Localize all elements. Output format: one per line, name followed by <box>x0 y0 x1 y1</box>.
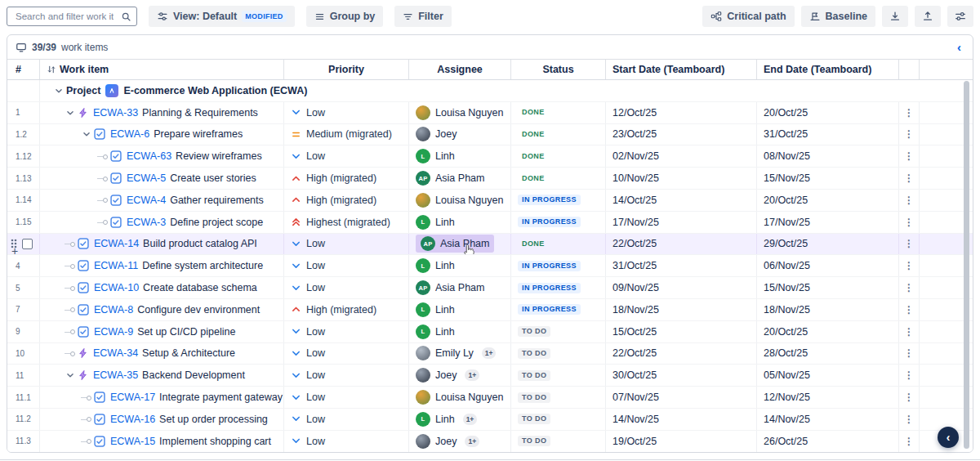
end-date-cell[interactable]: 06/Nov/25 <box>757 255 899 276</box>
row-actions-cell[interactable]: ⋮ <box>899 190 920 211</box>
end-date-cell[interactable]: 20/Oct/25 <box>757 321 899 342</box>
search-input-wrapper[interactable] <box>7 7 137 26</box>
start-date-cell[interactable]: 10/Nov/25 <box>606 168 757 189</box>
start-date-cell[interactable]: 22/Oct/25 <box>606 343 757 365</box>
row-actions-cell[interactable]: ⋮ <box>899 102 920 123</box>
start-date-cell[interactable]: 12/Oct/25 <box>606 102 757 123</box>
status-cell[interactable]: IN PROGRESS <box>511 299 606 320</box>
assignee-cell[interactable]: APAsia Pham <box>409 168 511 189</box>
row-actions-cell[interactable]: ⋮ <box>899 124 920 145</box>
group-header-cell[interactable]: ProjectE-commerce Web Application (ECWA) <box>40 80 971 101</box>
priority-cell[interactable]: Low <box>284 343 409 365</box>
column-header-number[interactable]: # <box>7 60 40 79</box>
assignee-cell[interactable]: Louisa Nguyen <box>409 190 511 211</box>
work-item-key-link[interactable]: ECWA-63 <box>127 150 172 162</box>
table-row[interactable]: 1.13ECWA-5Create user storiesHigh (migra… <box>7 168 973 190</box>
more-actions-icon[interactable]: ⋮ <box>904 370 914 380</box>
table-row[interactable]: 10ECWA-34Setup & ArchitectureLowEmily Ly… <box>7 343 973 365</box>
more-actions-icon[interactable]: ⋮ <box>904 217 914 227</box>
collapse-panel-button[interactable]: ‹ <box>938 427 959 448</box>
work-item-key-link[interactable]: ECWA-14 <box>94 238 139 249</box>
column-header-end-date[interactable]: End Date (Teamboard) <box>757 60 899 79</box>
work-item-cell[interactable]: ECWA-11Define system architecture <box>40 255 284 276</box>
more-actions-icon[interactable]: ⋮ <box>904 195 914 205</box>
start-date-cell[interactable]: 02/Nov/25 <box>606 145 757 167</box>
more-actions-icon[interactable]: ⋮ <box>904 129 914 139</box>
start-date-cell[interactable]: 19/Oct/25 <box>606 431 757 452</box>
work-item-cell[interactable]: ECWA-17Integrate payment gateway <box>40 387 284 408</box>
work-item-key-link[interactable]: ECWA-6 <box>110 128 149 140</box>
status-cell[interactable]: IN PROGRESS <box>511 255 606 276</box>
start-date-cell[interactable]: 14/Oct/25 <box>606 190 757 211</box>
work-item-cell[interactable]: ECWA-9Set up CI/CD pipeline <box>40 321 284 342</box>
end-date-cell[interactable]: 12/Nov/25 <box>757 387 899 408</box>
assignee-cell[interactable]: LLinh <box>409 212 511 233</box>
row-actions-cell[interactable]: ⋮ <box>899 365 920 386</box>
work-item-key-link[interactable]: ECWA-10 <box>94 282 139 293</box>
more-actions-icon[interactable]: ⋮ <box>904 392 914 402</box>
work-item-key-link[interactable]: ECWA-16 <box>110 414 155 425</box>
status-cell[interactable]: IN PROGRESS <box>511 277 606 298</box>
work-item-cell[interactable]: ECWA-14Build product catalog API <box>40 234 284 255</box>
work-item-key-link[interactable]: ECWA-9 <box>94 326 133 338</box>
end-date-cell[interactable]: 08/Nov/25 <box>757 145 899 167</box>
more-actions-icon[interactable]: ⋮ <box>904 108 914 118</box>
work-item-cell[interactable]: ECWA-6Prepare wireframes <box>40 124 284 145</box>
assignee-cell[interactable]: Joey1+ <box>409 431 511 452</box>
priority-cell[interactable]: Low <box>284 277 409 298</box>
row-actions-cell[interactable]: ⋮ <box>899 255 920 276</box>
end-date-cell[interactable]: 29/Oct/25 <box>757 234 899 255</box>
group-header-row[interactable]: ProjectE-commerce Web Application (ECWA) <box>7 80 973 102</box>
table-row[interactable]: 5ECWA-10Create database schemaLowAPAsia … <box>7 277 973 299</box>
vertical-scrollbar[interactable] <box>964 81 969 449</box>
row-actions-cell[interactable]: ⋮ <box>899 212 920 233</box>
work-item-cell[interactable]: ECWA-16Set up order processing <box>40 409 284 430</box>
work-item-key-link[interactable]: ECWA-33 <box>93 107 138 119</box>
table-row[interactable]: 1ECWA-33Planning & RequirementsLowLouisa… <box>7 102 973 124</box>
more-actions-icon[interactable]: ⋮ <box>904 327 914 337</box>
assignee-cell[interactable]: Joey <box>409 124 511 145</box>
end-date-cell[interactable]: 18/Nov/25 <box>757 299 899 320</box>
work-item-cell[interactable]: ECWA-63Review wireframes <box>40 145 284 167</box>
work-item-cell[interactable]: ECWA-5Create user stories <box>40 168 284 189</box>
status-cell[interactable]: TO DO <box>511 409 606 430</box>
work-item-cell[interactable]: ECWA-3Define project scope <box>40 212 284 233</box>
add-work-item-button[interactable]: + <box>9 246 20 257</box>
work-item-key-link[interactable]: ECWA-3 <box>127 217 166 228</box>
row-actions-cell[interactable]: ⋮ <box>899 343 920 365</box>
more-actions-icon[interactable]: ⋮ <box>904 348 914 358</box>
priority-cell[interactable]: Low <box>284 409 409 430</box>
end-date-cell[interactable]: 20/Oct/25 <box>757 102 899 123</box>
priority-cell[interactable]: High (migrated) <box>284 190 409 211</box>
row-actions-cell[interactable]: ⋮ <box>899 409 920 430</box>
table-row[interactable]: 1.2ECWA-6Prepare wireframesMedium (migra… <box>7 124 973 146</box>
start-date-cell[interactable]: 15/Oct/25 <box>606 321 757 342</box>
table-row[interactable]: 1.12ECWA-63Review wireframesLowLLinhDONE… <box>7 145 973 168</box>
column-header-assignee[interactable]: Assignee <box>409 60 511 79</box>
work-item-key-link[interactable]: ECWA-5 <box>127 172 166 184</box>
more-actions-icon[interactable]: ⋮ <box>904 283 914 293</box>
status-cell[interactable]: TO DO <box>511 365 606 386</box>
priority-cell[interactable]: Low <box>284 255 409 276</box>
assignee-selected-pill[interactable]: APAsia Pham <box>416 235 494 253</box>
start-date-cell[interactable]: 30/Oct/25 <box>606 365 757 386</box>
more-actions-icon[interactable]: ⋮ <box>904 436 914 446</box>
row-actions-cell[interactable]: ⋮ <box>899 145 920 167</box>
row-actions-cell[interactable]: ⋮ <box>899 234 920 255</box>
start-date-cell[interactable]: 22/Oct/25 <box>606 234 757 255</box>
status-cell[interactable]: DONE <box>511 234 606 255</box>
priority-cell[interactable]: High (migrated) <box>284 299 409 320</box>
assignee-cell[interactable]: APAsia Pham <box>409 277 511 298</box>
work-item-cell[interactable]: ECWA-34Setup & Architecture <box>40 343 284 365</box>
more-actions-icon[interactable]: ⋮ <box>904 261 914 271</box>
row-actions-cell[interactable]: ⋮ <box>899 321 920 342</box>
end-date-cell[interactable]: 15/Nov/25 <box>757 277 899 298</box>
start-date-cell[interactable]: 23/Oct/25 <box>606 124 757 145</box>
end-date-cell[interactable]: 05/Nov/25 <box>757 365 899 386</box>
assignee-cell[interactable]: Emily Ly1+ <box>409 343 511 365</box>
table-row[interactable]: 1.15ECWA-3Define project scopeHighest (m… <box>7 212 973 234</box>
work-item-key-link[interactable]: ECWA-11 <box>94 260 138 271</box>
work-item-cell[interactable]: ECWA-15Implement shopping cart <box>40 431 284 452</box>
status-cell[interactable]: TO DO <box>511 343 606 365</box>
assignee-cell[interactable]: LLinh <box>409 299 511 320</box>
